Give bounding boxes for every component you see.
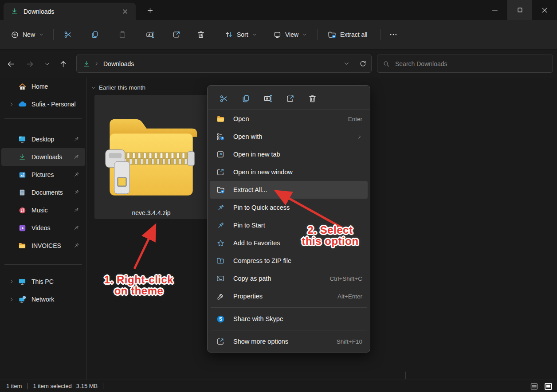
pictures-icon: [17, 171, 27, 179]
address-bar[interactable]: Downloads: [76, 55, 372, 73]
new-button[interactable]: New: [7, 26, 47, 43]
menu-item-properties[interactable]: Properties Alt+Enter: [210, 287, 368, 305]
file-name: neve.3.4.4.zip: [94, 209, 208, 216]
sidebar-item-this-pc[interactable]: This PC: [1, 273, 85, 290]
forward-button[interactable]: [23, 58, 37, 70]
search-box[interactable]: [377, 55, 553, 73]
zip-folder-thumbnail: [100, 106, 202, 204]
copy-path-icon: [216, 274, 225, 283]
paste-button[interactable]: [114, 26, 131, 43]
tab-title: Downloads: [24, 8, 119, 15]
view-icon: [273, 31, 282, 39]
menu-item-show-more-options[interactable]: Show more options Shift+F10: [210, 333, 368, 350]
chevron-right-icon[interactable]: [8, 279, 16, 284]
annotation-step-1: 1. Right-click on theme: [101, 274, 177, 296]
sidebar-item-label: Sufia - Personal: [31, 101, 85, 108]
sidebar-item-home[interactable]: Home: [1, 78, 85, 95]
search-input[interactable]: [395, 60, 547, 67]
sort-button-label: Sort: [237, 31, 248, 38]
onedrive-cloud-icon: [17, 100, 27, 109]
folder-icon: [17, 241, 27, 250]
pin-icon: [72, 172, 81, 178]
delete-icon[interactable]: [304, 90, 320, 106]
download-icon: [17, 153, 27, 161]
menu-item-copy-as-path[interactable]: Copy as path Ctrl+Shift+C: [210, 270, 368, 287]
explorer-tab[interactable]: Downloads: [4, 3, 136, 20]
annotation-step-2: 2. Select this option: [294, 224, 367, 247]
menu-item-share-with-skype[interactable]: S Share with Skype: [210, 310, 368, 328]
new-button-label: New: [23, 31, 35, 38]
recent-locations-button[interactable]: [40, 58, 54, 70]
new-tab-icon[interactable]: [144, 4, 156, 16]
menu-item-label: Open in new window: [233, 169, 362, 176]
delete-icon: [196, 30, 205, 39]
sidebar-item-onedrive[interactable]: Sufia - Personal: [1, 95, 85, 113]
pin-icon: [72, 154, 81, 160]
sort-button[interactable]: Sort: [221, 26, 261, 43]
menu-item-open-with[interactable]: Open with: [210, 128, 368, 145]
menu-item-shortcut: Ctrl+Shift+C: [329, 275, 362, 282]
menu-item-label: Properties: [233, 293, 337, 300]
tab-close-icon[interactable]: [119, 5, 131, 18]
annotation-step-2-line-1: 2. Select: [294, 224, 367, 235]
group-header[interactable]: Earlier this month: [91, 84, 145, 91]
videos-icon: [17, 224, 27, 232]
copy-button[interactable]: [86, 26, 103, 43]
address-dropdown-icon[interactable]: [344, 61, 349, 67]
sidebar-item-label: Documents: [31, 189, 72, 196]
menu-item-pin-to-quick-access[interactable]: Pin to Quick access: [210, 199, 368, 216]
sidebar-item-documents[interactable]: Documents: [1, 184, 85, 201]
sidebar-item-music[interactable]: Music: [1, 201, 85, 219]
menu-item-open-in-new-window[interactable]: Open in new window: [210, 163, 368, 181]
sort-icon: [224, 30, 233, 39]
cut-button[interactable]: [59, 26, 76, 43]
view-button[interactable]: View: [270, 26, 311, 43]
sidebar-item-videos[interactable]: Videos: [1, 219, 85, 237]
sidebar-item-pictures[interactable]: Pictures: [1, 166, 85, 184]
menu-item-label: Open: [233, 115, 348, 122]
cut-icon[interactable]: [216, 90, 231, 106]
menu-item-label: Compress to ZIP file: [233, 257, 362, 264]
details-view-toggle-icon[interactable]: [529, 382, 539, 391]
large-thumbnails-view-toggle-icon[interactable]: [543, 382, 553, 391]
sidebar-item-network[interactable]: Network: [1, 290, 85, 308]
close-button[interactable]: [532, 0, 557, 20]
extract-all-button[interactable]: Extract all: [324, 26, 371, 43]
file-item-zip[interactable]: neve.3.4.4.zip: [94, 95, 208, 219]
sidebar-item-invoices[interactable]: INVOICES: [1, 237, 85, 255]
file-explorer-window: Downloads New: [0, 0, 557, 392]
menu-item-label: Pin to Quick access: [233, 204, 362, 211]
rename-button[interactable]: [141, 26, 158, 43]
breadcrumb[interactable]: Downloads: [103, 60, 134, 67]
copy-icon[interactable]: [238, 90, 254, 106]
menu-item-label: Extract All...: [233, 186, 362, 193]
menu-item-open[interactable]: Open Enter: [210, 110, 368, 128]
chevron-right-icon[interactable]: [8, 102, 16, 107]
titlebar: Downloads: [0, 0, 557, 20]
menu-item-compress-to-zip[interactable]: Compress to ZIP file: [210, 252, 368, 270]
maximize-button[interactable]: [507, 0, 532, 20]
pane-divider[interactable]: [86, 78, 87, 380]
sidebar-divider: [4, 118, 82, 119]
chevron-down-icon: [252, 32, 257, 37]
sidebar-item-downloads[interactable]: Downloads: [1, 148, 85, 166]
menu-item-extract-all[interactable]: Extract All...: [210, 181, 368, 199]
annotation-step-2-line-2: this option: [294, 235, 367, 247]
delete-button[interactable]: [192, 26, 209, 43]
download-icon: [11, 8, 18, 15]
share-icon[interactable]: [282, 90, 298, 106]
see-more-button[interactable]: [385, 26, 402, 43]
share-button[interactable]: [168, 26, 185, 43]
pin-icon: [72, 243, 81, 249]
refresh-icon[interactable]: [359, 60, 367, 67]
open-new-tab-icon: [216, 150, 225, 159]
annotation-step-1-line-2: on theme: [101, 285, 177, 296]
minimize-button[interactable]: [482, 0, 507, 20]
menu-item-open-in-new-tab[interactable]: Open in new tab: [210, 145, 368, 163]
up-button[interactable]: [56, 58, 70, 70]
status-bar: 1 item 1 item selected 3.15 MB: [0, 380, 557, 392]
chevron-right-icon[interactable]: [8, 297, 16, 302]
back-button[interactable]: [4, 58, 18, 70]
rename-icon[interactable]: [260, 90, 276, 106]
sidebar-item-desktop[interactable]: Desktop: [1, 130, 85, 148]
